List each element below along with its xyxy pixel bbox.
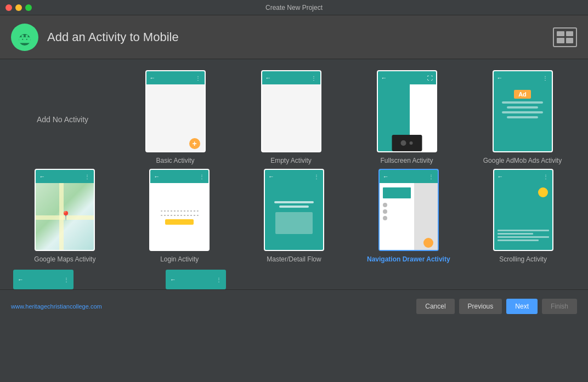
login-field-2: [161, 215, 199, 216]
bottom-partial-cards: ← ⋮ ← ⋮: [0, 270, 588, 289]
activity-card-master[interactable]: ← ⋮: [264, 169, 324, 251]
page-header: Add an Activity to Mobile: [0, 15, 588, 59]
android-logo: [11, 24, 38, 51]
activity-card-scroll[interactable]: ← ⋮: [493, 169, 553, 251]
mini-arrow-icon-2: ←: [170, 276, 176, 283]
activity-grid-row1: Add No Activity ← ⋮ + Basic Activity ← ⋮: [0, 59, 588, 169]
activity-label-nav: Navigation Drawer Activity: [367, 255, 450, 263]
back-arrow-icon: ←: [154, 173, 160, 180]
menu-dots-icon: ⋮: [542, 75, 549, 81]
menu-dots-icon: ⋮: [314, 174, 320, 180]
activity-item-empty[interactable]: ← ⋮ Empty Activity: [239, 70, 343, 169]
nav-drawer-item-2: [383, 209, 387, 214]
activity-card-fullscreen[interactable]: ← ⛶: [377, 70, 437, 152]
back-arrow-icon: ←: [383, 173, 389, 180]
menu-dots-icon: ⋮: [428, 174, 434, 180]
master-line-2: [279, 206, 309, 208]
close-button[interactable]: [5, 4, 12, 11]
finish-button[interactable]: Finish: [542, 299, 577, 314]
minimize-button[interactable]: [15, 4, 22, 11]
map-pin-icon: 📍: [60, 210, 71, 221]
nav-fab-button: [423, 238, 433, 248]
scroll-fab: [538, 187, 548, 197]
activity-label-scroll: Scrolling Activity: [499, 255, 547, 263]
mini-dots-icon-1: ⋮: [64, 277, 69, 283]
layout-icon: [553, 27, 577, 47]
nav-drawer-item-1: [383, 203, 387, 207]
ad-badge: Ad: [514, 90, 531, 99]
activity-item-master[interactable]: ← ⋮ Master/Detail Flow: [242, 169, 346, 263]
scroll-content-lines: [497, 230, 549, 241]
svg-line-5: [20, 31, 21, 33]
activity-card-basic[interactable]: ← ⋮ +: [145, 70, 206, 152]
svg-point-7: [22, 38, 23, 39]
activity-label-login: Login Activity: [160, 255, 199, 263]
fullscreen-icon: ⛶: [427, 75, 433, 81]
activity-item-login[interactable]: ← ⋮ Login Activity: [128, 169, 231, 263]
login-submit-btn: [165, 219, 194, 225]
mini-dots-icon-2: ⋮: [216, 277, 222, 283]
activity-card-nav[interactable]: ← ⋮: [378, 169, 439, 251]
menu-dots-icon: ⋮: [195, 75, 201, 81]
back-arrow-icon: ←: [381, 75, 387, 81]
mini-arrow-icon-1: ←: [18, 276, 24, 283]
svg-rect-2: [19, 37, 31, 43]
activity-item-add-no[interactable]: Add No Activity: [13, 70, 112, 169]
admob-line-4: [507, 116, 538, 118]
window-title: Create New Project: [265, 4, 323, 12]
activity-label-maps: Google Maps Activity: [34, 255, 95, 263]
activity-item-scroll[interactable]: ← ⋮ Scrolling Activity: [471, 169, 575, 263]
activity-item-maps[interactable]: ← ⋮ 📍 Google Maps Activity: [13, 169, 117, 263]
activity-item-nav[interactable]: ← ⋮ Navigation Drawer Activity: [357, 169, 460, 263]
mini-card-1: ← ⋮: [13, 270, 74, 289]
activity-item-fullscreen[interactable]: ← ⛶ Fullscreen Activity: [354, 70, 459, 169]
footer-buttons: Cancel Previous Next Finish: [416, 299, 577, 314]
back-arrow-icon: ←: [497, 75, 503, 81]
activity-card-empty[interactable]: ← ⋮: [261, 70, 321, 152]
admob-line-3: [502, 111, 543, 113]
activity-grid-row2: ← ⋮ 📍 Google Maps Activity ← ⋮: [0, 169, 588, 269]
title-bar: Create New Project: [0, 0, 588, 15]
back-arrow-icon: ←: [497, 173, 504, 180]
master-card-inner: [275, 212, 313, 234]
back-arrow-icon: ←: [265, 75, 272, 81]
svg-point-4: [26, 35, 29, 37]
activity-card-maps[interactable]: ← ⋮ 📍: [35, 169, 95, 251]
activity-label-basic: Basic Activity: [156, 157, 194, 164]
login-field-1: [161, 210, 199, 212]
page-title: Add an Activity to Mobile: [47, 30, 544, 44]
back-arrow-icon: ←: [268, 173, 274, 180]
svg-point-8: [26, 38, 27, 39]
mini-card-2: ← ⋮: [166, 270, 226, 289]
activity-label-empty: Empty Activity: [270, 157, 312, 164]
maximize-button[interactable]: [25, 4, 32, 11]
nav-drawer-item-3: [383, 216, 387, 220]
activity-label-admob: Google AdMob Ads Activity: [483, 157, 562, 164]
activity-label-fullscreen: Fullscreen Activity: [380, 157, 433, 164]
activity-item-basic[interactable]: ← ⋮ + Basic Activity: [123, 70, 228, 169]
menu-dots-icon: ⋮: [84, 174, 91, 180]
admob-line-1: [502, 101, 543, 104]
nav-drawer-header: [383, 187, 411, 198]
footer-link[interactable]: www.heritagechristiancollege.com: [11, 303, 102, 310]
svg-line-6: [28, 31, 30, 33]
menu-dots-icon: ⋮: [311, 75, 317, 81]
back-arrow-icon: ←: [150, 75, 156, 81]
back-arrow-icon: ←: [39, 173, 45, 180]
activity-item-admob[interactable]: ← ⋮ Ad Google AdMob Ads Activity: [470, 70, 575, 169]
next-button[interactable]: Next: [506, 299, 538, 314]
activity-card-admob[interactable]: ← ⋮ Ad: [493, 70, 553, 152]
master-line-1: [274, 201, 314, 203]
cancel-button[interactable]: Cancel: [416, 299, 454, 314]
activity-card-login[interactable]: ← ⋮: [149, 169, 210, 251]
footer: www.heritagechristiancollege.com Cancel …: [0, 289, 588, 322]
menu-dots-icon: ⋮: [199, 174, 205, 180]
admob-line-2: [507, 106, 538, 109]
previous-button[interactable]: Previous: [459, 299, 502, 314]
window-controls[interactable]: [5, 4, 32, 11]
fab-button: +: [189, 138, 200, 149]
activity-label-master: Master/Detail Flow: [267, 255, 321, 263]
menu-dots-icon: ⋮: [543, 174, 549, 180]
svg-point-3: [21, 35, 24, 37]
